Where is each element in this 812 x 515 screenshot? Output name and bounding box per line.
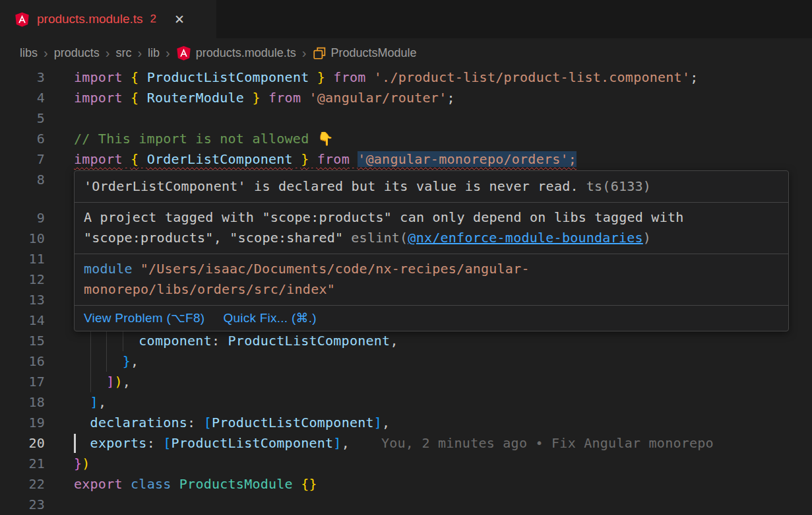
breadcrumb-item-products[interactable]: products	[54, 46, 100, 60]
ts-error-source: ts(6133)	[586, 178, 651, 194]
line-number[interactable]: 16	[0, 351, 45, 372]
code-text: ]),	[74, 372, 131, 392]
tab-close-icon[interactable]: ✕	[174, 12, 185, 27]
ts-error-text: 'OrderListComponent' is declared but its…	[84, 178, 578, 194]
code-text: ],	[74, 392, 106, 413]
indent-guide	[90, 351, 91, 372]
code-line-7[interactable]: 7import { OrderListComponent } from '@an…	[0, 149, 812, 170]
code-text: export class ProductsModule {}	[74, 474, 317, 495]
tab-label: products.module.ts	[37, 12, 143, 26]
editor-code-area[interactable]: 3import { ProductListComponent } from '.…	[0, 67, 812, 515]
line-number[interactable]: 7	[0, 149, 45, 170]
code-line-4[interactable]: 4import { RouterModule } from '@angular/…	[0, 88, 812, 108]
eslint-error-line2: "scope:products", "scope:shared"	[84, 230, 343, 246]
code-text: import { RouterModule } from '@angular/r…	[74, 88, 455, 108]
breadcrumb-item-label: lib	[148, 46, 160, 60]
line-number[interactable]: 23	[0, 495, 45, 515]
line-number[interactable]: 14	[0, 310, 45, 331]
ts-error-message: 'OrderListComponent' is declared but its…	[75, 171, 788, 202]
indent-guide	[106, 331, 107, 351]
code-text: // This import is not allowed 👇	[74, 129, 334, 149]
breadcrumb-item-label: products.module.ts	[196, 46, 296, 60]
code-text: })	[74, 454, 90, 474]
line-number[interactable]: 8	[0, 170, 45, 190]
code-line-23[interactable]: 23	[0, 495, 812, 515]
code-line-15[interactable]: 15 component: ProductListComponent,	[0, 331, 812, 351]
line-number[interactable]: 10	[0, 228, 45, 249]
quick-fix-action[interactable]: Quick Fix... (⌘.)	[223, 308, 316, 328]
eslint-error-line1: A project tagged with "scope:products" c…	[84, 207, 779, 228]
tab-bar: products.module.ts 2 ✕	[0, 0, 812, 38]
line-number[interactable]: 5	[0, 108, 45, 129]
code-line-18[interactable]: 18 ],	[0, 392, 812, 413]
line-number[interactable]: 22	[0, 474, 45, 495]
indent-guide	[106, 351, 107, 372]
line-number[interactable]: 9	[0, 208, 45, 228]
line-number[interactable]: 15	[0, 331, 45, 351]
breadcrumb-separator-icon: ›	[302, 46, 307, 61]
code-line-20[interactable]: 20 exports: [ProductListComponent],You, …	[0, 433, 812, 454]
breadcrumb-item-libs[interactable]: libs	[20, 46, 38, 60]
indent-guide	[123, 331, 123, 351]
indent-guide	[90, 372, 91, 392]
nx-rule-link[interactable]: @nx/enforce-module-boundaries	[408, 230, 642, 246]
code-line-22[interactable]: 22export class ProductsModule {}	[0, 474, 812, 495]
tab-problems-badge: 2	[150, 13, 156, 26]
line-number[interactable]: 12	[0, 269, 45, 290]
line-number[interactable]: 20	[0, 433, 45, 454]
breadcrumb-item-src[interactable]: src	[115, 46, 131, 60]
line-number[interactable]: 21	[0, 454, 45, 474]
breadcrumb-item-label: products	[54, 46, 100, 60]
code-text: import { OrderListComponent } from '@ang…	[74, 149, 577, 170]
angular-file-icon	[15, 12, 30, 27]
tab-products-module-ts[interactable]: products.module.ts 2 ✕	[0, 0, 216, 38]
line-number[interactable]: 3	[0, 67, 45, 88]
text-cursor	[74, 434, 76, 453]
breadcrumb-separator-icon: ›	[137, 46, 142, 61]
indent-guide	[90, 331, 91, 351]
code-text: import { ProductListComponent } from './…	[74, 67, 698, 88]
module-path-line2: monorepo/libs/orders/src/index"	[84, 279, 779, 300]
code-text: declarations: [ProductListComponent],	[74, 413, 390, 433]
code-line-3[interactable]: 3import { ProductListComponent } from '.…	[0, 67, 812, 88]
line-number[interactable]: 18	[0, 392, 45, 413]
breadcrumb-item-productsmodule[interactable]: ProductsModule	[313, 46, 417, 60]
breadcrumb: libs›products›src›lib›products.module.ts…	[0, 38, 812, 67]
code-line-19[interactable]: 19 declarations: [ProductListComponent],	[0, 413, 812, 433]
eslint-error-message: A project tagged with "scope:products" c…	[75, 202, 788, 254]
breadcrumb-separator-icon: ›	[166, 46, 170, 61]
code-line-17[interactable]: 17 ]),	[0, 372, 812, 392]
eslint-source-prefix: eslint(	[351, 230, 408, 246]
vscode-window: products.module.ts 2 ✕ libs›products›src…	[0, 0, 812, 515]
breadcrumb-separator-icon: ›	[44, 46, 48, 61]
line-number[interactable]: 11	[0, 249, 45, 269]
module-path-line1: "/Users/isaac/Documents/code/nx-recipes/…	[141, 261, 530, 277]
code-line-21[interactable]: 21})	[0, 454, 812, 474]
line-number[interactable]: 6	[0, 129, 45, 149]
breadcrumb-item-lib[interactable]: lib	[148, 46, 160, 60]
eslint-source-suffix: )	[643, 230, 651, 246]
code-text: exports: [ProductListComponent],You, 2 m…	[74, 433, 714, 454]
line-number[interactable]: 17	[0, 372, 45, 392]
code-line-16[interactable]: 16 },	[0, 351, 812, 372]
breadcrumb-item-label: src	[115, 46, 131, 60]
view-problem-action[interactable]: View Problem (⌥F8)	[84, 308, 204, 328]
line-number[interactable]: 13	[0, 290, 45, 310]
breadcrumb-item-products-module-ts[interactable]: products.module.ts	[176, 46, 296, 61]
breadcrumb-separator-icon: ›	[106, 46, 110, 61]
line-number[interactable]: 4	[0, 88, 45, 108]
breadcrumb-item-label: ProductsModule	[331, 46, 417, 60]
class-icon	[313, 46, 327, 60]
angular-icon	[176, 46, 191, 61]
breadcrumb-item-label: libs	[20, 46, 38, 60]
module-keyword: module	[84, 261, 133, 277]
code-line-5[interactable]: 5	[0, 108, 812, 129]
hover-action-bar: View Problem (⌥F8) Quick Fix... (⌘.)	[75, 305, 788, 331]
module-path-info: module"/Users/isaac/Documents/code/nx-re…	[75, 254, 788, 305]
code-line-6[interactable]: 6// This import is not allowed 👇	[0, 129, 812, 149]
line-number[interactable]: 19	[0, 413, 45, 433]
git-blame-annotation: You, 2 minutes ago • Fix Angular monorep…	[381, 435, 714, 451]
error-hover-tooltip: 'OrderListComponent' is declared but its…	[74, 170, 789, 331]
